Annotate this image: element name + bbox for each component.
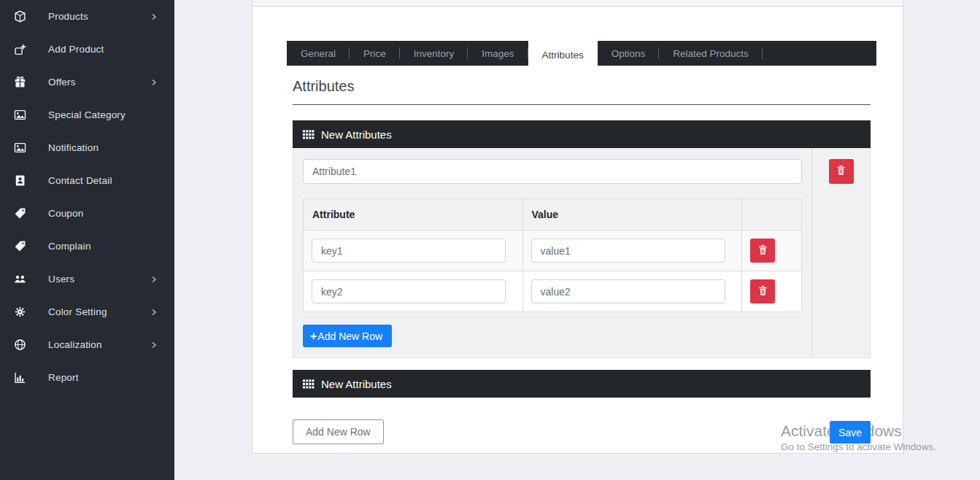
sidebar-item-label: Offers	[48, 77, 150, 88]
table-row	[304, 231, 802, 271]
footer-actions: Add New Row Save	[293, 419, 871, 444]
sidebar-item-label: Add Product	[48, 44, 158, 55]
table-grid-icon	[302, 379, 315, 390]
delete-attribute-button[interactable]	[829, 159, 854, 184]
tab-label: Related Products	[673, 48, 749, 59]
gear-icon	[14, 306, 26, 318]
tag-icon	[14, 207, 26, 220]
add-product-icon	[14, 43, 26, 55]
sidebar-item-color-setting[interactable]: Color Setting	[0, 295, 174, 328]
trash-icon	[836, 165, 846, 178]
tag-icon	[14, 240, 26, 252]
tab-options[interactable]: Options	[598, 41, 660, 66]
sidebar-item-label: Contact Detail	[48, 175, 158, 186]
delete-row-button[interactable]	[750, 239, 775, 263]
tab-related-products[interactable]: Related Products	[659, 41, 763, 66]
column-header-attribute: Attribute	[304, 199, 523, 231]
save-button[interactable]: Save	[830, 421, 871, 444]
tab-images[interactable]: Images	[468, 41, 528, 66]
panel-actions-column	[811, 148, 870, 357]
sidebar-item-coupon[interactable]: Coupon	[0, 197, 174, 230]
table-grid-icon	[302, 129, 315, 140]
sidebar-item-contact-detail[interactable]: Contact Detail	[0, 164, 174, 197]
sidebar-item-report[interactable]: Report	[0, 361, 174, 394]
heading-divider	[293, 104, 871, 105]
new-attributes-panel: New Attributes Attribute Value	[293, 120, 871, 358]
attribute-name-input[interactable]	[303, 159, 802, 184]
sidebar-item-offers[interactable]: Offers	[0, 66, 174, 98]
tab-label: General	[301, 48, 336, 59]
sidebar-item-special-category[interactable]: Special Category	[0, 98, 174, 131]
sidebar-item-notification[interactable]: Notification	[0, 131, 174, 164]
table-row	[304, 271, 802, 312]
panel-header: New Attributes	[293, 120, 871, 148]
users-icon	[14, 273, 26, 285]
tab-label: Images	[482, 48, 514, 59]
sidebar-item-label: Notification	[48, 142, 158, 153]
panel-title: New Attributes	[321, 378, 392, 390]
sidebar-item-users[interactable]: Users	[0, 263, 174, 295]
chevron-right-icon	[150, 308, 158, 317]
delete-row-button[interactable]	[750, 279, 775, 303]
panel-body: Attribute Value	[293, 148, 871, 358]
cube-icon	[14, 10, 26, 23]
attribute-key-input[interactable]	[312, 279, 506, 303]
panel-header[interactable]: New Attributes	[293, 370, 871, 398]
trash-icon	[758, 244, 768, 258]
tab-price[interactable]: Price	[350, 41, 400, 66]
sidebar-item-label: Complain	[48, 241, 158, 252]
add-new-row-button[interactable]: +Add New Row	[303, 325, 392, 347]
sidebar-item-label: Products	[48, 11, 150, 22]
image-icon	[14, 109, 26, 121]
sidebar-item-label: Report	[48, 372, 158, 383]
sidebar-item-label: Special Category	[48, 109, 158, 120]
chevron-right-icon	[150, 12, 158, 21]
card-top-strip	[252, 0, 903, 7]
sidebar-item-label: Coupon	[48, 208, 158, 219]
main-area: General Price Inventory Images Attribute…	[174, 0, 980, 480]
image-icon	[14, 142, 26, 154]
sidebar-item-label: Users	[48, 274, 150, 284]
chevron-right-icon	[150, 78, 158, 87]
globe-icon	[14, 338, 26, 351]
tab-attributes[interactable]: Attributes	[528, 41, 598, 69]
tab-label: Inventory	[414, 48, 455, 59]
bar-chart-icon	[14, 371, 26, 384]
page-title: Attributes	[293, 78, 871, 95]
sidebar-item-localization[interactable]: Localization	[0, 328, 174, 361]
attribute-key-input[interactable]	[312, 239, 506, 263]
trash-icon	[758, 285, 768, 298]
chevron-right-icon	[150, 341, 158, 349]
sidebar-item-label: Localization	[48, 339, 150, 350]
attributes-table: Attribute Value	[303, 198, 802, 312]
column-header-value: Value	[522, 199, 742, 231]
product-tabs: General Price Inventory Images Attribute…	[287, 41, 876, 66]
sidebar-item-products[interactable]: Products	[0, 0, 174, 33]
table-header-row: Attribute Value	[304, 199, 802, 231]
chevron-right-icon	[150, 275, 158, 284]
sidebar-item-add-product[interactable]: Add Product	[0, 33, 174, 66]
address-book-icon	[14, 174, 26, 187]
attribute-value-input[interactable]	[531, 239, 725, 263]
column-header-actions	[742, 199, 802, 231]
panel-title: New Attributes	[321, 128, 392, 141]
product-edit-card: General Price Inventory Images Attribute…	[252, 0, 903, 454]
add-new-attribute-button[interactable]: Add New Row	[293, 419, 384, 444]
tab-label: Options	[611, 48, 646, 59]
tab-inventory[interactable]: Inventory	[400, 41, 468, 66]
tab-label: Attributes	[542, 50, 584, 61]
tab-general[interactable]: General	[287, 41, 350, 66]
plus-icon: +	[310, 330, 317, 342]
sidebar-item-complain[interactable]: Complain	[0, 230, 174, 263]
add-new-row-label: Add New Row	[317, 330, 382, 342]
sidebar-item-label: Color Setting	[48, 306, 150, 317]
tab-label: Price	[363, 48, 386, 59]
attribute-value-input[interactable]	[531, 279, 725, 303]
new-attributes-panel-2: New Attributes	[293, 370, 871, 398]
gift-icon	[14, 76, 26, 88]
sidebar: Products Add Product Offers Special Cate…	[0, 0, 174, 480]
